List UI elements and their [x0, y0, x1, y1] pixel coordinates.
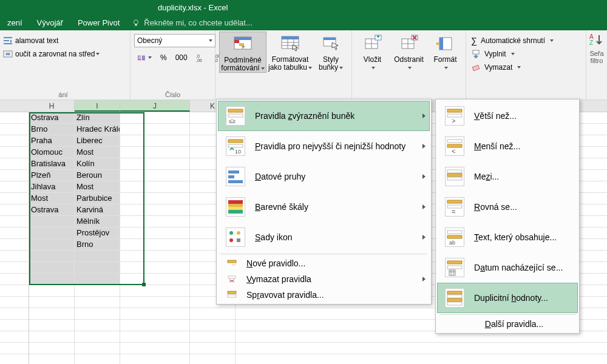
cell[interactable]: [75, 343, 120, 354]
insert-button[interactable]: Vložit: [356, 32, 389, 72]
cell[interactable]: [190, 343, 236, 354]
cell[interactable]: [29, 285, 75, 297]
menu-clear-rules[interactable]: Vymazat pravidla: [218, 271, 430, 287]
thousands-button[interactable]: 000: [173, 52, 190, 63]
cell[interactable]: [75, 354, 120, 364]
cell[interactable]: Olomouc: [29, 147, 75, 158]
cell[interactable]: [120, 204, 190, 216]
cell[interactable]: [190, 320, 236, 331]
menu-equal-to[interactable]: = Rovná se...: [437, 192, 578, 222]
autosum-button[interactable]: ∑ Automatické shrnutí: [470, 34, 555, 47]
cell[interactable]: Plzeň: [29, 170, 75, 181]
menu-manage-rules[interactable]: Spravovat pravidla...: [218, 287, 430, 303]
cell[interactable]: Zlín: [75, 112, 120, 124]
number-format-dropdown[interactable]: Obecný: [134, 34, 215, 47]
cell[interactable]: [75, 331, 120, 343]
cell[interactable]: [29, 274, 75, 285]
cell[interactable]: [75, 320, 120, 331]
cell[interactable]: [120, 262, 190, 274]
cell[interactable]: [120, 193, 190, 204]
cell[interactable]: [75, 251, 120, 262]
cell[interactable]: [120, 216, 190, 228]
menu-less-than[interactable]: < Menší než...: [437, 131, 578, 161]
cell[interactable]: Kolín: [75, 158, 120, 170]
cell[interactable]: Liberec: [75, 135, 120, 147]
cell[interactable]: [29, 331, 75, 343]
cell[interactable]: [29, 228, 75, 239]
cell[interactable]: [29, 262, 75, 274]
delete-button[interactable]: Odstranit: [389, 32, 429, 72]
cell[interactable]: [120, 308, 190, 320]
cell[interactable]: Mělník: [75, 216, 120, 228]
cell[interactable]: Most: [29, 193, 75, 204]
menu-more-rules[interactable]: Další pravidla...: [437, 316, 578, 332]
cell[interactable]: Beroun: [75, 170, 120, 181]
menu-greater-than[interactable]: > Větší než...: [437, 101, 578, 131]
cell[interactable]: [75, 308, 120, 320]
cell[interactable]: [29, 320, 75, 331]
cell[interactable]: Hradec Králové: [75, 124, 120, 135]
cell[interactable]: [120, 170, 190, 181]
cell[interactable]: [120, 112, 190, 124]
format-button[interactable]: Formát: [429, 32, 462, 72]
cell[interactable]: [120, 297, 190, 308]
cell[interactable]: [190, 331, 236, 343]
cell[interactable]: [120, 228, 190, 239]
menu-new-rule[interactable]: Nové pravidlo...: [218, 255, 430, 271]
menu-color-scales[interactable]: Barevné škály: [218, 192, 430, 222]
cell[interactable]: [120, 181, 190, 193]
merge-center-button[interactable]: oučit a zarovnat na střed: [1, 48, 102, 60]
menu-highlight-rules[interactable]: ≤≥ Pravidla zvýraznění buněk: [218, 101, 430, 131]
cell[interactable]: [29, 297, 75, 308]
cell[interactable]: [120, 354, 190, 364]
ribbon-tab[interactable]: Power Pivot: [70, 16, 127, 30]
cell[interactable]: [190, 354, 236, 364]
cell[interactable]: [120, 124, 190, 135]
cell[interactable]: [29, 354, 75, 364]
cell[interactable]: Praha: [29, 135, 75, 147]
cell[interactable]: Jihlava: [29, 181, 75, 193]
percent-button[interactable]: %: [158, 52, 169, 63]
cell[interactable]: Bratislava: [29, 158, 75, 170]
wrap-text-button[interactable]: alamovat text: [1, 35, 102, 47]
menu-between[interactable]: Mezi...: [437, 161, 578, 192]
menu-top-bottom-rules[interactable]: 10 Pravidla pro nejvyšší či nejnižší hod…: [218, 131, 430, 161]
cell[interactable]: [120, 251, 190, 262]
cell[interactable]: [190, 308, 236, 320]
menu-date-occurring[interactable]: Datum nacházející se...: [437, 252, 578, 283]
cell[interactable]: Most: [75, 147, 120, 158]
cell[interactable]: [29, 251, 75, 262]
cell[interactable]: [120, 320, 190, 331]
cell[interactable]: [29, 308, 75, 320]
menu-text-contains[interactable]: ab Text, který obsahuje...: [437, 222, 578, 252]
menu-duplicate-values[interactable]: Duplicitní hodnoty...: [437, 283, 578, 313]
cell[interactable]: [120, 285, 190, 297]
cell[interactable]: [29, 216, 75, 228]
cell[interactable]: [29, 239, 75, 251]
cell[interactable]: Brno: [29, 124, 75, 135]
cell[interactable]: [120, 135, 190, 147]
cell[interactable]: Ostrava: [29, 204, 75, 216]
cell[interactable]: [120, 274, 190, 285]
cell[interactable]: [75, 262, 120, 274]
column-header[interactable]: H: [29, 100, 75, 112]
column-header[interactable]: I: [75, 100, 120, 112]
conditional-formatting-button[interactable]: ≠ Podmíněné formátování: [219, 32, 266, 73]
ribbon-tab[interactable]: zení: [0, 16, 30, 30]
format-as-table-button[interactable]: Formátovat jako tabulku: [266, 32, 314, 72]
cell[interactable]: [120, 147, 190, 158]
cell[interactable]: Brno: [75, 239, 120, 251]
cell[interactable]: [120, 239, 190, 251]
cell[interactable]: [120, 158, 190, 170]
tell-me-search[interactable]: Řekněte mi, co chcete udělat...: [132, 18, 252, 27]
cell[interactable]: [29, 343, 75, 354]
sort-filter-button[interactable]: A Z Seřa filtro: [586, 30, 607, 100]
cell[interactable]: Ostrava: [29, 112, 75, 124]
cell[interactable]: Karviná: [75, 204, 120, 216]
currency-button[interactable]: 💷: [135, 52, 154, 64]
menu-data-bars[interactable]: Datové pruhy: [218, 161, 430, 192]
ribbon-tab[interactable]: Vývojář: [30, 16, 70, 30]
cell[interactable]: Parbubice: [75, 193, 120, 204]
column-header[interactable]: J: [120, 100, 190, 112]
increase-decimal-button[interactable]: ,0,00: [194, 52, 208, 64]
